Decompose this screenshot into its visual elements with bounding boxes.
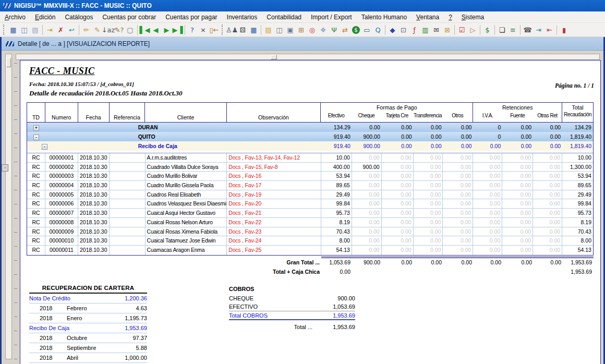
caja-chica-efectivo: 0.00 (321, 269, 352, 275)
toolbar-save-icon[interactable]: ▦ (8, 25, 19, 35)
group-value-cell: 0.00 (473, 143, 502, 149)
table-cell: Docs , Fav-21 (227, 209, 321, 217)
toolbar-package-icon[interactable]: ⊠ (442, 25, 453, 35)
gran-total-value: 1,953.69 (563, 259, 594, 265)
menu-item-contabilidad[interactable]: Contabilidad (262, 13, 306, 22)
toolbar-money-bag-icon[interactable]: $ (350, 25, 361, 35)
menu-item-cuentas-por-cobrar[interactable]: Cuentas por cobrar (98, 13, 161, 22)
table-cell: 0.00 (414, 199, 443, 208)
toolbar-nav-next-icon[interactable]: ▶ (161, 25, 172, 35)
menu-item-talento-humano[interactable]: Talento Humano (357, 13, 412, 22)
table-cell: 0.00 (533, 172, 562, 180)
table-cell: Docs , Fav-17 (227, 181, 321, 190)
delete-record-icon: ✗ (58, 25, 64, 35)
toolbar-edit-help-icon[interactable]: ✎? (114, 25, 125, 35)
toolbar-edge-partial-icon[interactable]: ▮ (559, 25, 570, 35)
expander-collapse-icon[interactable]: - (42, 144, 47, 150)
table-cell (110, 246, 146, 255)
toolbar-dollar-icon[interactable]: $ (482, 25, 493, 35)
toolbar-cash-stack-icon[interactable]: ▥ (420, 25, 431, 35)
toolbar-connect-out-icon[interactable]: ⇤ (544, 25, 555, 35)
menu-item-archivo[interactable]: Archivo (0, 13, 30, 22)
dice-icon: ⚄ (240, 25, 246, 35)
toolbar-grip[interactable] (3, 25, 6, 35)
splitter-handle[interactable]: › (2, 164, 8, 172)
toolbar-nav-first-icon[interactable]: ▌◀ (139, 25, 150, 35)
table-cell: 0.00 (443, 209, 473, 217)
expander-collapse-icon[interactable]: - (33, 135, 39, 140)
toolbar-select-zone-icon[interactable]: ▢ (125, 25, 136, 35)
table-cell: 95.73 (562, 209, 593, 217)
toolbar-sync-documents-icon[interactable]: ⇄ (340, 25, 350, 35)
edge-partial-icon: ▮ (562, 25, 566, 35)
toolbar-connect-in-icon[interactable]: ⇥ (533, 25, 544, 35)
toolbar-pc-send-icon[interactable]: ⊡ (398, 25, 409, 35)
group-value-cell: 134.29 (321, 124, 352, 130)
select-zone-icon: ▢ (127, 25, 133, 35)
table-cell: 95.73 (321, 209, 352, 217)
table-cell: 0.00 (352, 218, 382, 227)
toolbar-close-record-icon[interactable]: × (198, 25, 209, 35)
toolbar-folder-documents-icon[interactable]: ▤ (263, 25, 274, 35)
toolbar-dice-icon[interactable]: ⚄ (237, 25, 248, 35)
menu-item-inventarios[interactable]: Inventarios (222, 13, 262, 22)
toolbar-contacts-device-icon[interactable]: ▣ (285, 25, 296, 35)
menu-item-catalogos[interactable]: Catálogos (60, 13, 98, 22)
toolbar-clipboard-icon[interactable]: ❏ (497, 25, 507, 35)
toolbar-help-icon[interactable]: ? (187, 25, 198, 35)
toolbar-function-fx-icon[interactable]: ƒ (409, 25, 420, 35)
toolbar-screen-icon[interactable]: ▭ (361, 25, 372, 35)
menu-item-ayuda[interactable]: ? (444, 13, 457, 22)
table-cell: Cuadro Murillo Bolivar (146, 172, 227, 180)
toolbar-scroll-pointer-icon[interactable]: ▷ (467, 25, 478, 35)
toolbar-globe-search-icon[interactable]: Q (372, 25, 383, 35)
table-cell: RC (27, 236, 45, 245)
toolbar-gem-book-icon[interactable]: ◆ (387, 25, 398, 35)
toolbar-approve-edit-icon[interactable]: ☑ (456, 25, 467, 35)
column-header-total-recaudacion: TotalRecaudación (562, 103, 593, 122)
horizontal-ruler-track[interactable] (16, 54, 600, 60)
toolbar-undo-record-icon[interactable]: ↩ (66, 25, 77, 35)
menu-item-sistema[interactable]: Sistema (457, 13, 489, 22)
toolbar-print-icon[interactable]: ▤ (30, 25, 41, 35)
globe-search-icon: Q (375, 25, 380, 35)
toolbar-separator (480, 25, 480, 35)
table-cell: 0.00 (382, 218, 414, 227)
toolbar-books-icon[interactable]: ≡ (507, 25, 518, 35)
cobros-row-value: 900.00 (337, 295, 355, 301)
toolbar-export-record-icon[interactable]: ⇥ (44, 25, 55, 35)
toolbar-exit-door-icon[interactable]: ▯← (209, 25, 220, 35)
menu-item-cuentas-por-pagar[interactable]: Cuentas por pagar (161, 13, 222, 22)
menu-item-ventana[interactable]: Ventana (412, 13, 444, 22)
vertical-ruler-track[interactable] (5, 54, 12, 359)
toolbar-delete-record-icon[interactable]: ✗ (55, 25, 66, 35)
table-cell (110, 163, 146, 172)
table-cell: Docs , Fav-20 (227, 199, 321, 208)
toolbar-envelope-icon[interactable]: ✉ (431, 25, 442, 35)
report-title: FACC - MUSIC (29, 66, 94, 77)
table-cell (110, 153, 146, 162)
menu-item-import-export[interactable]: Import / Export (306, 13, 357, 22)
toolbar-print-preview-icon[interactable]: ◫ (19, 25, 30, 35)
toolbar-toolbox-icon[interactable]: ⊞ (296, 25, 307, 35)
expander-expand-icon[interactable]: + (33, 125, 39, 131)
toolbar-users-icon[interactable]: ♙♟ (226, 25, 237, 35)
horizontal-ruler-thumb[interactable] (271, 55, 277, 59)
toolbar-grid-table-icon[interactable]: ▦ (248, 25, 259, 35)
toolbar-nav-last-icon[interactable]: ▶▐ (172, 25, 183, 35)
toolbar-phone-icon[interactable]: ☎ (522, 25, 533, 35)
report-subtitle: Detalle de recaudación 2018.Oct.05 Hasta… (29, 89, 183, 98)
column-header-otros: Otros (442, 111, 473, 118)
toolbar-sort-az-icon[interactable]: ↓az (103, 25, 114, 35)
toolbar-lifesaver-icon[interactable]: ◎ (307, 25, 318, 35)
table-cell: 0.00 (352, 209, 382, 217)
menu-item-edicion[interactable]: Edición (30, 13, 60, 22)
toolbar-compass-star-icon[interactable]: ❖ (318, 25, 329, 35)
toolbar-edit-icon[interactable]: ✏ (81, 25, 92, 35)
cobros-total-row: Total COBROS1,953.69 (229, 311, 355, 320)
toolbar-palm-tree-icon[interactable]: Ψ (329, 25, 340, 35)
vertical-ruler-thumb[interactable] (6, 58, 11, 67)
toolbar-open-book-icon[interactable]: ◫ (274, 25, 285, 35)
toolbar-nav-prev-icon[interactable]: ◀ (150, 25, 161, 35)
table-cell: RC (27, 190, 45, 199)
